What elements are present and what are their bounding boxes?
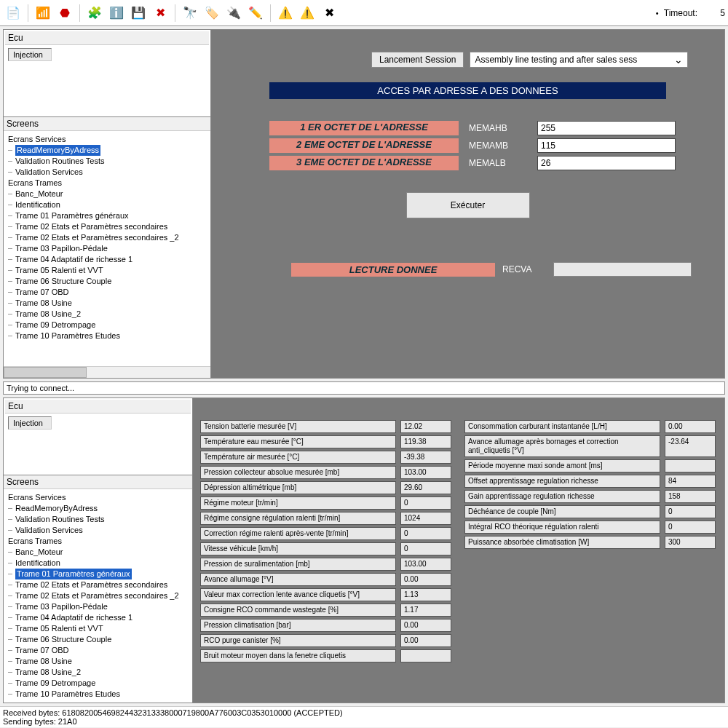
- can-icon[interactable]: ⚠️: [297, 3, 317, 23]
- session-select[interactable]: Assembly line testing and after sales se…: [470, 52, 688, 68]
- param-label: Période moyenne maxi sonde amont [ms]: [464, 459, 660, 472]
- tree-item[interactable]: Validation Services: [5, 525, 191, 536]
- timeout-input[interactable]: [703, 8, 725, 18]
- tree-item[interactable]: Trame 10 Paramètres Etudes: [5, 689, 191, 700]
- param-label: Température eau mesurée [°C]: [200, 435, 396, 448]
- blue-header: ACCES PAR ADRESSE A DES DONNEES: [269, 82, 666, 99]
- execute-button[interactable]: Exécuter: [406, 192, 530, 218]
- tree-item[interactable]: Trame 04 Adaptatif de richesse 1: [5, 612, 191, 623]
- tree-item[interactable]: Trame 07 OBD: [5, 645, 191, 656]
- pen-icon[interactable]: ✏️: [245, 3, 266, 23]
- ecu-injection-button-2[interactable]: Injection: [8, 416, 52, 430]
- tree-item[interactable]: Trame 06 Structure Couple: [5, 276, 209, 287]
- param-label: Consommation carburant instantanée [L/H]: [464, 420, 660, 433]
- param-value: -23.64: [665, 435, 716, 457]
- warn-x-icon[interactable]: ✖: [319, 3, 339, 23]
- param-value: 0: [400, 542, 451, 555]
- addr-input-1[interactable]: [537, 138, 676, 153]
- tree-item[interactable]: Banc_Moteur: [5, 547, 191, 558]
- tree-item[interactable]: Trame 03 Papillon-Pédale: [5, 601, 191, 612]
- screens-tree-2[interactable]: Ecrans ServicesReadMemoryByAdressValidat…: [4, 489, 192, 703]
- screens-header: Screens: [4, 117, 210, 131]
- ecu-icon[interactable]: 💾: [128, 3, 149, 23]
- tree-item[interactable]: Trame 08 Usine: [5, 298, 209, 309]
- chip-icon[interactable]: 🔌: [223, 3, 244, 23]
- tree-item[interactable]: Trame 04 Adaptatif de richesse 1: [5, 254, 209, 265]
- addr-name-label: MEMALB: [469, 156, 527, 170]
- param-value: [665, 459, 716, 472]
- tree-item[interactable]: Trame 08 Usine: [5, 656, 191, 667]
- addr-red-label: 3 EME OCTET DE L'ADRESSE: [269, 156, 459, 170]
- tree-item[interactable]: Trame 05 Ralenti et VVT: [5, 265, 209, 276]
- param-value: 103.00: [400, 466, 451, 479]
- param-value: 0: [400, 496, 451, 510]
- tree-item[interactable]: Trame 02 Etats et Paramètres secondaires: [5, 579, 191, 590]
- param-label: Avance allumage [°V]: [200, 573, 396, 586]
- main-panel: Lancement Session Assembly line testing …: [211, 30, 724, 378]
- param-label: Régime moteur [tr/min]: [200, 496, 396, 510]
- launch-session-button[interactable]: Lancement Session: [371, 52, 464, 68]
- tree-root-trames[interactable]: Ecrans Trames: [5, 536, 191, 547]
- tree-item[interactable]: Trame 02 Etats et Paramètres secondaires…: [5, 232, 209, 243]
- ecu-header-2: Ecu: [5, 400, 191, 414]
- param-label: Puissance absorbée climatisation [W]: [464, 536, 660, 549]
- tree-item[interactable]: Trame 08 Usine_2: [5, 309, 209, 320]
- param-value: 1.17: [400, 604, 451, 617]
- tree-item[interactable]: Trame 02 Etats et Paramètres secondaires: [5, 221, 209, 232]
- ecu-injection-button[interactable]: Injection: [8, 48, 52, 61]
- info-icon[interactable]: ℹ️: [106, 3, 127, 23]
- tree-item[interactable]: Validation Services: [5, 167, 209, 178]
- param-label: Déchéance de couple [Nm]: [464, 505, 660, 518]
- tree-item[interactable]: Trame 07 OBD: [5, 287, 209, 298]
- tree-item[interactable]: Trame 09 Detrompage: [5, 320, 209, 331]
- tree-item[interactable]: Trame 08 Usine_2: [5, 667, 191, 678]
- param-value: 0: [665, 505, 716, 518]
- stop-icon[interactable]: ⬣: [55, 3, 75, 23]
- modules-icon[interactable]: 🧩: [84, 3, 105, 23]
- param-label: Offset apprentissage regulation richesse: [464, 475, 660, 488]
- addr-input-0[interactable]: [537, 121, 676, 135]
- stairs-icon[interactable]: 📶: [33, 3, 53, 23]
- tree-item[interactable]: Trame 10 Paramètres Etudes: [5, 331, 209, 341]
- tree-item[interactable]: Identification: [5, 199, 209, 210]
- tree-item[interactable]: Trame 01 Paramètres généraux: [5, 210, 209, 221]
- param-label: Intégral RCO théorique régulation ralent…: [464, 521, 660, 534]
- param-value: 12.02: [400, 420, 451, 433]
- tag-icon[interactable]: 🏷️: [202, 3, 222, 23]
- tree-item[interactable]: Banc_Moteur: [5, 189, 209, 199]
- hscrollbar[interactable]: [4, 366, 210, 378]
- delete-icon[interactable]: ✖: [150, 3, 170, 23]
- top-toolbar: 📄 📶 ⬣ 🧩 ℹ️ 💾 ✖ 🔭 🏷️ 🔌 ✏️ ⚠️ ⚠️ ✖ • Timeo…: [0, 0, 728, 26]
- tree-item[interactable]: Identification: [5, 558, 191, 569]
- param-label: Température air mesurée [°C]: [200, 451, 396, 464]
- param-label: Vitesse véhicule [km/h]: [200, 542, 396, 555]
- tree-item[interactable]: ReadMemoryByAdress: [5, 145, 209, 156]
- param-label: Pression climatisation [bar]: [200, 619, 396, 632]
- tree-item[interactable]: Trame 09 Detrompage: [5, 678, 191, 689]
- tree-root-trames[interactable]: Ecrans Trames: [5, 178, 209, 189]
- tree-item[interactable]: ReadMemoryByAdress: [5, 503, 191, 514]
- binoculars-icon[interactable]: 🔭: [180, 3, 200, 23]
- param-label: Régime consigne régulation ralenti [tr/m…: [200, 512, 396, 525]
- footer-status: Received bytes: 618082005469824432313338…: [0, 706, 728, 727]
- tree-root-services[interactable]: Ecrans Services: [5, 134, 209, 145]
- param-label: Tension batterie mesurée [V]: [200, 420, 396, 433]
- param-value: 0.00: [400, 573, 451, 586]
- new-file-icon[interactable]: 📄: [3, 3, 23, 23]
- addr-name-label: MEMAHB: [469, 121, 527, 135]
- tree-item[interactable]: Trame 05 Ralenti et VVT: [5, 623, 191, 634]
- screens-tree[interactable]: Ecrans ServicesReadMemoryByAdressValidat…: [4, 131, 210, 366]
- addr-input-2[interactable]: [537, 156, 676, 170]
- warn1-icon[interactable]: ⚠️: [275, 3, 296, 23]
- tree-item[interactable]: Trame 02 Etats et Paramètres secondaires…: [5, 590, 191, 601]
- tree-item[interactable]: Trame 06 Structure Couple: [5, 634, 191, 645]
- tree-item[interactable]: Validation Routines Tests: [5, 156, 209, 167]
- param-value: 0.00: [400, 619, 451, 632]
- tree-root-services[interactable]: Ecrans Services: [5, 492, 191, 503]
- param-value: 103.00: [400, 558, 451, 571]
- tree-item[interactable]: Trame 03 Papillon-Pédale: [5, 243, 209, 254]
- sending-bytes: Sending bytes: 21A0: [3, 717, 725, 726]
- param-value: 0: [400, 527, 451, 540]
- tree-item[interactable]: Validation Routines Tests: [5, 514, 191, 525]
- tree-item[interactable]: Trame 01 Paramètres généraux: [5, 569, 191, 579]
